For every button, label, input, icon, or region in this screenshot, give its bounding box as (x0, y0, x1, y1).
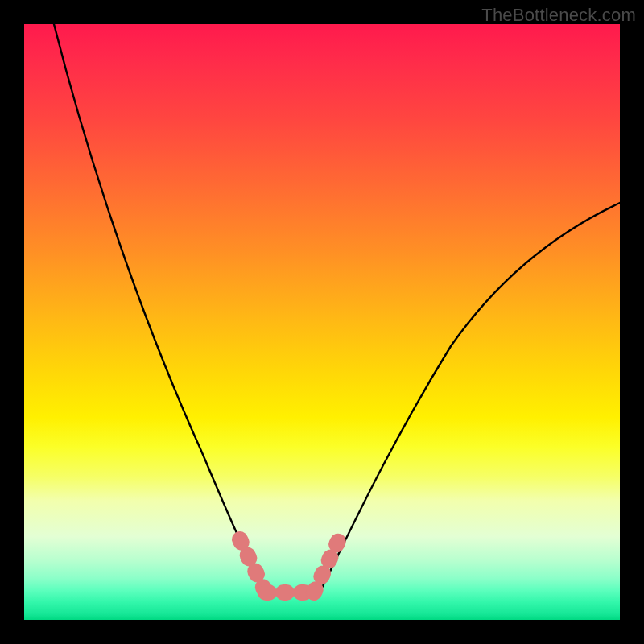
valley-marker-left (240, 539, 266, 592)
chart-stage: TheBottleneck.com (0, 0, 644, 644)
left-curve (54, 24, 264, 588)
watermark-text: TheBottleneck.com (481, 5, 636, 26)
curve-layer (24, 24, 620, 620)
valley-marker-right (314, 538, 340, 592)
right-curve (322, 203, 620, 588)
plot-area (24, 24, 620, 620)
